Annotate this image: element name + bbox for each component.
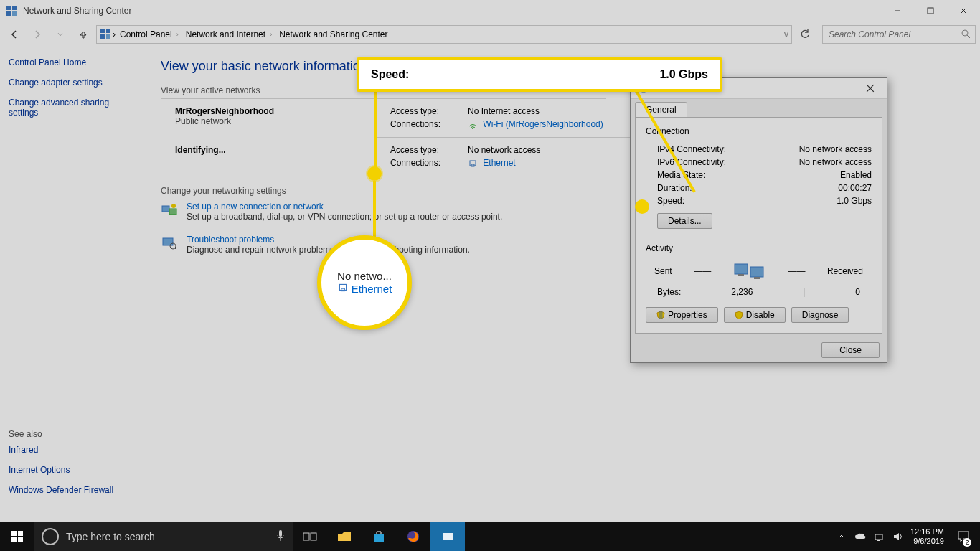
svg-line-13: [967, 35, 970, 38]
refresh-button[interactable]: [795, 26, 815, 43]
svg-rect-37: [279, 530, 282, 537]
troubleshoot-icon: [161, 235, 178, 252]
dialog-close-footer-button[interactable]: Close: [821, 342, 880, 358]
computers-icon: [733, 260, 766, 283]
tray-network-icon[interactable]: [873, 531, 885, 542]
svg-rect-31: [339, 284, 346, 290]
taskbar-search-placeholder: Type here to search: [66, 531, 155, 542]
mic-icon[interactable]: [275, 529, 286, 545]
maximize-button[interactable]: [914, 0, 947, 22]
sidebar-advanced-sharing[interactable]: Change advanced sharing settings: [9, 98, 135, 118]
sent-label: Sent: [654, 266, 672, 276]
search-input[interactable]: [827, 29, 961, 40]
sidebar-home[interactable]: Control Panel Home: [9, 57, 135, 67]
back-button[interactable]: [4, 24, 24, 44]
titlebar: Network and Sharing Center: [0, 0, 980, 22]
taskbar-settings-icon[interactable]: [430, 522, 465, 551]
ipv6-label: IPv6 Connectivity:: [657, 157, 726, 167]
svg-rect-40: [311, 533, 316, 540]
callout-line: [373, 181, 376, 238]
svg-rect-30: [754, 277, 760, 279]
sidebar: Control Panel Home Change adapter settin…: [0, 47, 143, 524]
speed-label: Speed:: [657, 196, 684, 206]
breadcrumb[interactable]: › Control Panel› Network and Internet› N…: [96, 25, 792, 44]
media-value: Enabled: [840, 170, 872, 180]
svg-rect-34: [18, 531, 23, 536]
troubleshoot-link[interactable]: Troubleshoot problems: [187, 235, 470, 245]
net1-access-label: Access type:: [390, 106, 462, 116]
tray-volume-icon[interactable]: [892, 531, 903, 542]
bytes-label: Bytes:: [657, 287, 681, 297]
search-box[interactable]: [822, 25, 976, 44]
svg-point-12: [962, 30, 968, 36]
callout-speed-value: 1.0 Gbps: [659, 68, 708, 81]
sidebar-defender-firewall[interactable]: Windows Defender Firewall: [9, 485, 135, 495]
svg-rect-41: [374, 534, 384, 542]
network-1-name: MrRogersNeighborhood: [175, 106, 390, 116]
tray-onedrive-icon[interactable]: [854, 531, 866, 542]
action-center-button[interactable]: 2: [951, 522, 976, 551]
window-title: Network and Sharing Center: [23, 6, 881, 16]
net2-conn-label: Connections:: [390, 158, 462, 169]
ethernet-icon: [468, 159, 478, 169]
crumb-network-internet[interactable]: Network and Internet›: [183, 27, 275, 42]
diagnose-button[interactable]: Diagnose: [791, 307, 849, 323]
task-view-button[interactable]: [293, 522, 327, 551]
taskbar-firefox-icon[interactable]: [396, 522, 430, 551]
tray-time: 12:16 PM: [910, 527, 944, 537]
sidebar-internet-options[interactable]: Internet Options: [9, 465, 135, 475]
start-button[interactable]: [0, 522, 34, 551]
callout-zoom-circle: No netwo... Ethernet: [317, 235, 412, 330]
net1-conn-link[interactable]: Wi-Fi (MrRogersNeighborhood): [483, 119, 603, 129]
wifi-icon: [468, 120, 478, 130]
net2-access-value: No network access: [468, 145, 540, 155]
disable-button[interactable]: Disable: [724, 307, 786, 323]
crumb-control-panel[interactable]: Control Panel›: [117, 27, 182, 42]
net1-conn-label: Connections:: [390, 119, 462, 130]
setup-connection-desc: Set up a broadband, dial-up, or VPN conn…: [187, 212, 502, 222]
see-also-label: See also: [9, 429, 135, 439]
svg-rect-3: [12, 11, 17, 16]
recent-dropdown[interactable]: [50, 24, 70, 44]
svg-point-14: [472, 128, 473, 129]
sidebar-infrared[interactable]: Infrared: [9, 445, 135, 455]
svg-rect-11: [106, 34, 110, 39]
svg-rect-29: [738, 274, 744, 276]
properties-button[interactable]: Properties: [646, 307, 718, 323]
net2-conn-link[interactable]: Ethernet: [483, 158, 515, 168]
forward-button[interactable]: [27, 24, 47, 44]
group-connection: Connection: [646, 126, 872, 136]
app-icon: [6, 5, 17, 17]
svg-rect-27: [735, 264, 748, 274]
group-activity: Activity: [646, 243, 872, 253]
setup-connection-link[interactable]: Set up a new connection or network: [187, 202, 502, 212]
taskbar-explorer-icon[interactable]: [327, 522, 362, 551]
chevron-down-icon[interactable]: v: [784, 29, 788, 39]
tray-date: 9/6/2019: [910, 537, 944, 546]
details-button[interactable]: Details...: [657, 213, 712, 229]
callout-dot: [367, 166, 382, 181]
net2-access-label: Access type:: [390, 145, 462, 155]
bytes-sent: 2,236: [731, 287, 753, 297]
svg-rect-45: [877, 540, 880, 541]
taskbar: Type here to search 12:16 PM 9/6/2019 2: [0, 522, 980, 551]
callout-speed-label: Speed:: [371, 68, 659, 81]
received-label: Received: [827, 266, 863, 276]
cortana-icon: [42, 528, 59, 545]
minimize-button[interactable]: [881, 0, 914, 22]
chevron-right-icon: ›: [113, 29, 116, 39]
sidebar-adapter-settings[interactable]: Change adapter settings: [9, 77, 135, 88]
dialog-close-button[interactable]: [858, 80, 882, 96]
taskbar-search[interactable]: Type here to search: [34, 522, 293, 551]
dialog-tabs: General: [631, 99, 887, 117]
tray-clock[interactable]: 12:16 PM 9/6/2019: [910, 527, 944, 546]
crumb-sharing-center[interactable]: Network and Sharing Center: [276, 27, 390, 42]
taskbar-store-icon[interactable]: [362, 522, 396, 551]
svg-rect-0: [6, 6, 11, 10]
search-icon[interactable]: [961, 29, 971, 41]
svg-rect-2: [6, 11, 11, 16]
tray-chevron-up-icon[interactable]: [836, 531, 847, 542]
svg-rect-33: [11, 531, 17, 536]
up-button[interactable]: [73, 24, 93, 44]
close-button[interactable]: [947, 0, 980, 22]
